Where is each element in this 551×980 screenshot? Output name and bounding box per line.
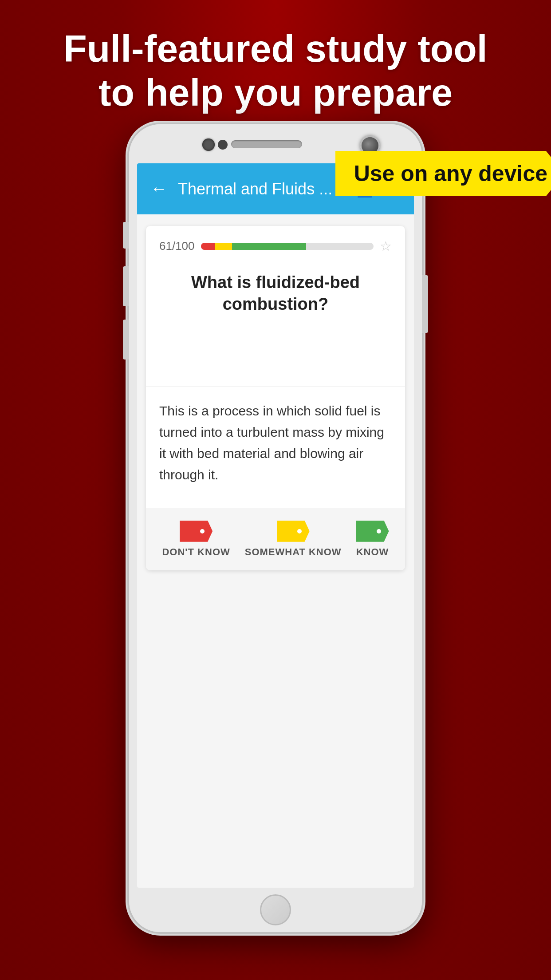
headline-line1: Full-featured study tool: [63, 27, 488, 70]
progress-segment-red: [201, 243, 215, 250]
dont-know-button[interactable]: DON'T KNOW: [162, 521, 230, 558]
phone-screen: ← Thermal and Fluids ... 👤 ⋮ 61/100 ☆ Wh…: [137, 163, 414, 888]
phone-speaker: [231, 140, 302, 148]
headline-line2: to help you prepare: [98, 71, 453, 114]
progress-label: 61/100: [159, 239, 195, 253]
back-arrow-icon[interactable]: ←: [150, 179, 167, 198]
home-button[interactable]: [260, 894, 291, 925]
progress-row: 61/100 ☆: [159, 238, 392, 254]
somewhat-tag-icon: [277, 521, 310, 542]
progress-bar: [201, 243, 374, 250]
phone-bottom-bezel: [129, 888, 422, 932]
app-title: Thermal and Fluids ...: [178, 180, 347, 198]
dont-know-tag-icon: [180, 521, 213, 542]
side-button-power: [422, 275, 428, 333]
phone-device: ← Thermal and Fluids ... 👤 ⋮ 61/100 ☆ Wh…: [129, 124, 422, 932]
progress-segment-yellow: [215, 243, 232, 250]
front-camera-left: [202, 138, 215, 151]
side-button-top: [123, 222, 129, 249]
question-text: What is fluidized-bed combustion?: [159, 272, 392, 316]
side-button-vol-up: [123, 266, 129, 306]
know-button[interactable]: KNOW: [356, 521, 389, 558]
know-label: KNOW: [356, 546, 389, 558]
knowledge-buttons: DON'T KNOW SOMEWHAT KNOW KNOW: [146, 508, 405, 570]
headline: Full-featured study tool to help you pre…: [0, 27, 551, 115]
somewhat-label: SOMEWHAT KNOW: [245, 546, 342, 558]
front-sensor: [218, 140, 228, 150]
somewhat-know-button[interactable]: SOMEWHAT KNOW: [245, 521, 342, 558]
progress-segment-green: [232, 243, 306, 250]
answer-text: This is a process in which solid fuel is…: [159, 400, 392, 486]
tooltip-text: Use on any device: [354, 161, 547, 186]
card-spacer: [159, 342, 392, 387]
card-divider: [146, 387, 405, 387]
tooltip-banner: Use on any device: [335, 151, 551, 196]
star-icon[interactable]: ☆: [380, 238, 392, 254]
know-tag-icon: [356, 521, 389, 542]
side-button-vol-down: [123, 320, 129, 360]
dont-know-label: DON'T KNOW: [162, 546, 230, 558]
flashcard: 61/100 ☆ What is fluidized-bed combustio…: [146, 226, 405, 570]
